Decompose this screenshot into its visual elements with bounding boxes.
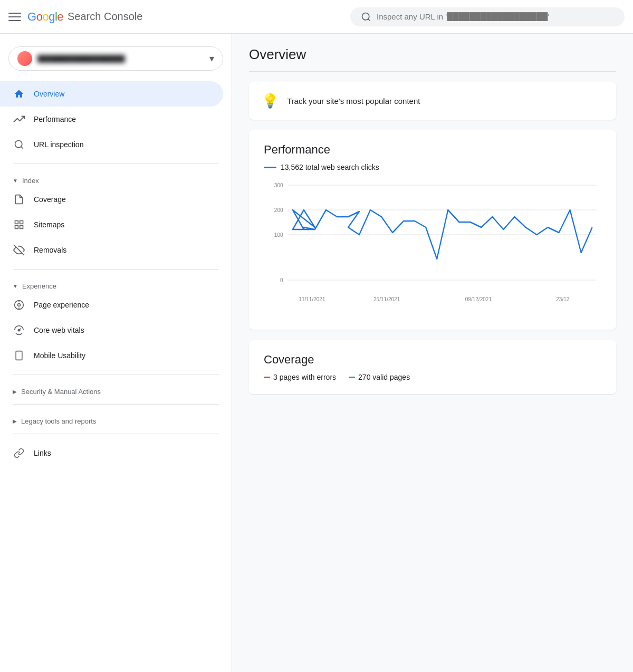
coverage-valid-label: 270 valid pages (358, 373, 410, 381)
svg-text:0: 0 (280, 277, 283, 284)
svg-rect-7 (15, 226, 18, 229)
coverage-valid-item: 270 valid pages (349, 373, 410, 381)
sidebar-item-mobile-usability[interactable]: Mobile Usability (0, 343, 223, 368)
sidebar-item-coverage-label: Coverage (34, 195, 66, 204)
security-section-header[interactable]: Security & Manual Actions (0, 381, 232, 398)
property-name: ██████████████████ (37, 55, 204, 63)
home-icon (13, 88, 25, 100)
app-name: Search Console (68, 11, 142, 23)
sitemaps-icon (13, 218, 25, 231)
property-selector[interactable]: ██████████████████ ▾ (8, 46, 223, 71)
index-section-label: Index (22, 177, 39, 185)
sidebar-item-sitemaps-label: Sitemaps (34, 220, 64, 229)
legacy-section-header[interactable]: Legacy tools and reports (0, 411, 232, 427)
property-avatar (17, 51, 32, 66)
google-logo: Google (27, 10, 63, 24)
page-experience-icon (13, 299, 25, 311)
coverage-icon (13, 193, 25, 206)
coverage-errors-item: 3 pages with errors (264, 373, 336, 381)
removals-icon (13, 244, 25, 256)
experience-section-label: Experience (22, 282, 56, 290)
divider-5 (13, 434, 219, 434)
page-title: Overview (249, 46, 616, 72)
top-header: Google Search Console (0, 0, 633, 34)
svg-text:11/11/2021: 11/11/2021 (299, 296, 325, 303)
sidebar-item-overview-label: Overview (34, 90, 64, 98)
coverage-legend: 3 pages with errors 270 valid pages (264, 373, 601, 381)
divider-1 (13, 164, 219, 164)
performance-chart-svg: 300 200 100 0 11/11/2021 25/11/2021 09/1… (264, 180, 601, 317)
sidebar: ██████████████████ ▾ Overview Performanc… (0, 34, 232, 672)
sidebar-item-performance-label: Performance (34, 115, 76, 123)
search-icon (361, 12, 371, 22)
performance-card: Performance 13,562 total web search clic… (249, 130, 616, 330)
svg-text:09/12/2021: 09/12/2021 (465, 296, 492, 303)
bulb-icon: 💡 (262, 93, 279, 109)
sidebar-item-url-inspection-label: URL inspection (34, 140, 83, 149)
sidebar-item-page-experience[interactable]: Page experience (0, 292, 223, 318)
url-search-bar[interactable] (350, 7, 625, 26)
svg-line-3 (21, 147, 23, 149)
trending-up-icon (13, 113, 25, 126)
sidebar-item-url-inspection[interactable]: URL inspection (0, 132, 223, 157)
svg-text:23/12: 23/12 (556, 296, 569, 303)
sidebar-item-core-web-vitals-label: Core web vitals (34, 326, 84, 334)
divider-3 (13, 375, 219, 375)
divider-2 (13, 269, 219, 270)
svg-line-1 (368, 18, 370, 21)
url-search-input[interactable] (377, 12, 614, 21)
sidebar-item-performance[interactable]: Performance (0, 107, 223, 132)
performance-legend-label: 13,562 total web search clicks (281, 163, 379, 171)
sidebar-item-links-label: Links (34, 449, 51, 457)
divider-4 (13, 404, 219, 405)
chevron-down-icon: ▾ (209, 53, 214, 64)
sidebar-item-page-experience-label: Page experience (34, 301, 89, 309)
legend-line (264, 167, 276, 168)
sidebar-item-core-web-vitals[interactable]: Core web vitals (0, 318, 223, 343)
performance-chart: 300 200 100 0 11/11/2021 25/11/2021 09/1… (264, 180, 601, 317)
svg-rect-4 (15, 221, 18, 224)
svg-text:25/11/2021: 25/11/2021 (373, 296, 400, 303)
coverage-card: Coverage 3 pages with errors 270 valid p… (249, 340, 616, 394)
sidebar-item-removals[interactable]: Removals (0, 237, 223, 263)
sidebar-item-removals-label: Removals (34, 246, 66, 254)
mobile-icon (13, 349, 25, 362)
svg-text:300: 300 (274, 182, 283, 189)
svg-rect-5 (20, 221, 23, 224)
sidebar-item-overview[interactable]: Overview (0, 81, 223, 107)
tip-text: Track your site's most popular content (287, 97, 420, 105)
svg-text:100: 100 (274, 232, 283, 238)
url-search-icon (13, 138, 25, 151)
svg-rect-6 (20, 226, 23, 229)
performance-card-title: Performance (264, 143, 601, 157)
coverage-errors-label: 3 pages with errors (273, 373, 336, 381)
menu-button[interactable] (8, 11, 21, 23)
valid-dot (349, 377, 355, 378)
errors-dot (264, 377, 270, 378)
coverage-card-title: Coverage (264, 353, 601, 367)
main-layout: ██████████████████ ▾ Overview Performanc… (0, 34, 633, 672)
svg-text:200: 200 (274, 207, 283, 214)
legacy-section-label: Legacy tools and reports (21, 417, 96, 425)
security-section-label: Security & Manual Actions (21, 388, 101, 396)
svg-point-13 (18, 329, 20, 331)
performance-legend: 13,562 total web search clicks (264, 163, 601, 171)
svg-point-10 (18, 304, 21, 306)
svg-point-0 (362, 13, 369, 20)
experience-section-header[interactable]: Experience (0, 276, 232, 292)
sidebar-item-coverage[interactable]: Coverage (0, 187, 223, 212)
svg-point-2 (15, 141, 22, 148)
logo-area: Google Search Console (27, 10, 142, 24)
main-content: Overview 💡 Track your site's most popula… (232, 34, 633, 672)
sidebar-item-sitemaps[interactable]: Sitemaps (0, 212, 223, 237)
gauge-icon (13, 324, 25, 337)
sidebar-item-mobile-usability-label: Mobile Usability (34, 351, 85, 360)
index-section-header[interactable]: Index (0, 170, 232, 187)
links-icon (13, 447, 25, 459)
sidebar-item-links[interactable]: Links (0, 440, 223, 466)
tip-card: 💡 Track your site's most popular content (249, 82, 616, 120)
